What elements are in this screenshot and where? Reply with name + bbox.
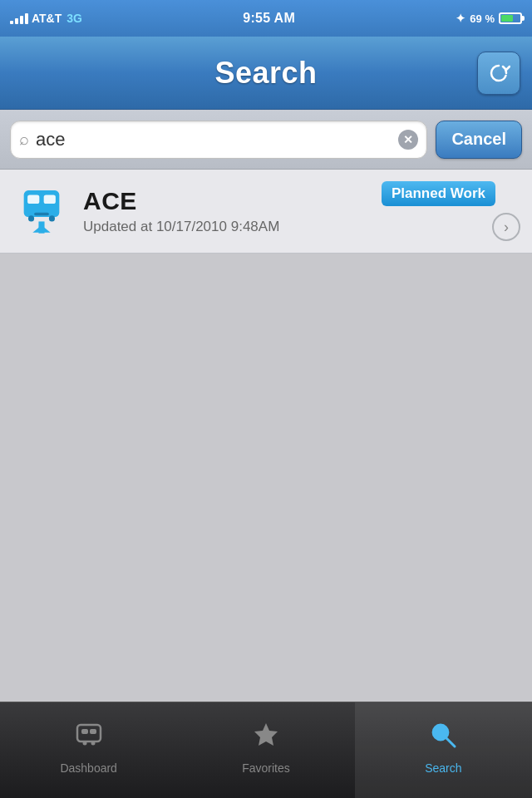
carrier-label: AT&T [32,12,62,25]
signal-bar-1 [10,21,13,24]
svg-marker-14 [254,723,278,746]
network-label: 3G [66,12,82,25]
svg-rect-8 [77,725,101,741]
search-tab-icon [428,720,458,756]
svg-point-12 [91,741,95,745]
ace-train-icon [15,185,68,238]
status-bar: AT&T 3G 9:55 AM ✦ 69 % [0,0,532,37]
tab-favorites-label: Favorites [242,761,290,775]
svg-rect-9 [81,729,88,734]
tab-search[interactable]: Search [355,702,532,798]
refresh-button[interactable] [477,52,520,95]
status-left: AT&T 3G [10,12,82,25]
nav-bar: Search [0,37,532,110]
refresh-icon [487,62,510,85]
favorites-icon [251,720,281,756]
planned-work-badge: Planned Work [382,181,495,206]
search-glass-icon: ⌕ [19,130,29,149]
bluetooth-icon: ✦ [456,12,466,25]
signal-bar-2 [15,18,18,24]
search-input-wrapper: ⌕ ✕ [10,121,427,159]
result-item-ace[interactable]: ACE Updated at 10/17/2010 9:48AM Planned… [0,170,532,254]
status-right: ✦ 69 % [456,12,522,25]
nav-title: Search [214,56,317,91]
svg-point-3 [28,215,34,221]
signal-bars [10,12,28,24]
svg-point-11 [82,741,86,745]
tab-search-label: Search [425,761,461,775]
result-updated: Updated at 10/17/2010 9:48AM [83,219,520,235]
svg-point-4 [49,215,55,221]
tab-bar: Dashboard Favorites Search [0,702,532,798]
train-icon-wrapper [12,181,71,241]
battery-percent: 69 % [470,12,495,25]
svg-rect-10 [90,729,96,734]
svg-line-16 [446,738,455,746]
status-time: 9:55 AM [243,11,295,26]
tab-dashboard-label: Dashboard [60,761,117,775]
svg-rect-5 [34,213,49,216]
signal-bar-4 [25,13,28,24]
cancel-button[interactable]: Cancel [436,121,522,159]
search-bar: ⌕ ✕ Cancel [0,110,532,170]
empty-area [0,254,532,661]
tab-dashboard[interactable]: Dashboard [0,702,177,798]
search-input[interactable] [36,129,392,150]
results-list: ACE Updated at 10/17/2010 9:48AM Planned… [0,170,532,254]
result-chevron-button[interactable]: › [492,213,520,241]
clear-search-button[interactable]: ✕ [398,130,418,150]
signal-bar-3 [20,16,23,24]
battery-fill [501,15,513,22]
svg-rect-2 [44,195,56,204]
battery-icon [499,12,522,24]
dashboard-icon [74,720,104,756]
svg-rect-1 [27,195,39,204]
svg-rect-7 [38,221,44,233]
tab-favorites[interactable]: Favorites [177,702,354,798]
